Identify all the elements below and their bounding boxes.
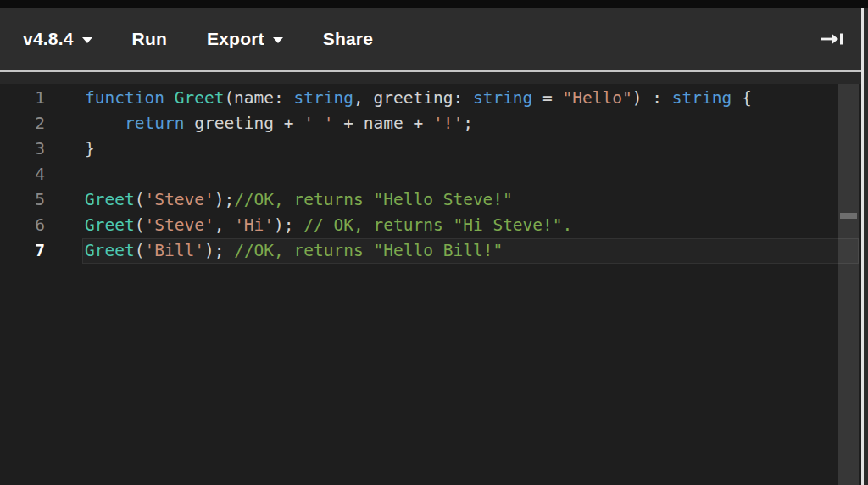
code-token: [85, 114, 125, 133]
scrollbar-handle[interactable]: [840, 213, 857, 219]
collapse-sidebar-button[interactable]: [821, 31, 844, 47]
export-dropdown[interactable]: Export: [207, 29, 283, 49]
code-token: //OK, returns "Hello Bill!": [234, 241, 503, 260]
code-token: function: [85, 88, 164, 108]
line-number: 7: [0, 238, 45, 264]
line-number: 5: [0, 187, 45, 213]
pane-divider[interactable]: [861, 8, 864, 485]
code-token: );: [214, 190, 234, 209]
code-token: string: [294, 88, 353, 108]
line-number: 6: [0, 213, 45, 238]
code-token: Greet: [85, 190, 135, 209]
code-token: '!': [433, 114, 463, 133]
export-label: Export: [207, 29, 264, 49]
toolbar: v4.8.4 Run Export Share: [0, 8, 861, 70]
chevron-down-icon: [82, 37, 92, 43]
code-line-1[interactable]: 1function Greet(name: string, greeting: …: [0, 86, 861, 111]
line-number: 2: [0, 111, 45, 137]
version-label: v4.8.4: [23, 29, 74, 49]
code-line-2[interactable]: 2 return greeting + ' ' + name + '!';: [0, 111, 861, 137]
code-token: }: [85, 139, 95, 159]
run-label: Run: [132, 29, 167, 49]
scrollbar-track[interactable]: [838, 84, 859, 485]
code-content: function Greet(name: string, greeting: s…: [45, 86, 752, 111]
code-token: [164, 88, 175, 108]
code-token: 'Hi': [234, 215, 274, 235]
editor-top-band: [0, 72, 861, 84]
code-token: {: [732, 88, 751, 108]
share-label: Share: [323, 29, 373, 49]
code-token: Greet: [175, 88, 225, 108]
code-content: Greet('Steve', 'Hi'); // OK, returns "Hi…: [45, 213, 572, 238]
code-line-4[interactable]: 4: [0, 162, 861, 187]
code-token: Greet: [85, 241, 135, 260]
code-line-5[interactable]: 5Greet('Steve');//OK, returns "Hello Ste…: [0, 187, 861, 213]
code-token: =: [532, 88, 562, 108]
code-token: ) :: [632, 88, 672, 108]
code-token: Greet: [85, 215, 135, 235]
code-line-3[interactable]: 3}: [0, 137, 861, 162]
code-line-7[interactable]: 7Greet('Bill'); //OK, returns "Hello Bil…: [0, 238, 861, 264]
code-content: [45, 162, 85, 187]
right-pane-edge: [864, 8, 868, 485]
code-editor[interactable]: 1function Greet(name: string, greeting: …: [0, 84, 861, 485]
code-token: greeting +: [184, 114, 303, 133]
code-token: ;: [463, 114, 473, 133]
code-token: , greeting:: [353, 88, 473, 108]
version-dropdown[interactable]: v4.8.4: [23, 29, 92, 49]
code-token: "Hello": [563, 88, 632, 108]
code-line-6[interactable]: 6Greet('Steve', 'Hi'); // OK, returns "H…: [0, 213, 861, 238]
code-token: 'Bill': [144, 241, 203, 260]
code-content: Greet('Bill'); //OK, returns "Hello Bill…: [45, 238, 503, 264]
code-token: string: [672, 88, 732, 108]
line-number: 1: [0, 86, 45, 111]
window-top-strip: [0, 0, 868, 8]
code-token: return: [125, 114, 184, 133]
share-button[interactable]: Share: [323, 29, 373, 49]
code-token: (: [135, 190, 145, 209]
line-number: 3: [0, 137, 45, 162]
run-button[interactable]: Run: [132, 29, 167, 49]
code-token: + name +: [334, 114, 433, 133]
code-token: 'Steve': [144, 190, 214, 209]
code-token: (name:: [224, 88, 293, 108]
code-content: Greet('Steve');//OK, returns "Hello Stev…: [45, 187, 513, 213]
code-token: 'Steve': [144, 215, 214, 235]
arrow-to-bar-right-icon: [821, 36, 844, 49]
code-token: //OK, returns "Hello Steve!": [234, 190, 513, 209]
chevron-down-icon: [273, 37, 283, 43]
code-token: );: [204, 241, 234, 260]
line-number: 4: [0, 162, 45, 187]
code-token: string: [473, 88, 532, 108]
code-content: }: [45, 137, 95, 162]
code-content: return greeting + ' ' + name + '!';: [45, 111, 473, 137]
code-token: // OK, returns "Hi Steve!".: [303, 215, 572, 235]
code-token: (: [135, 215, 145, 235]
code-lines: 1function Greet(name: string, greeting: …: [0, 86, 861, 264]
code-token: ,: [214, 215, 234, 235]
code-token: ' ': [303, 114, 333, 133]
code-token: );: [274, 215, 303, 235]
code-token: (: [135, 241, 145, 260]
